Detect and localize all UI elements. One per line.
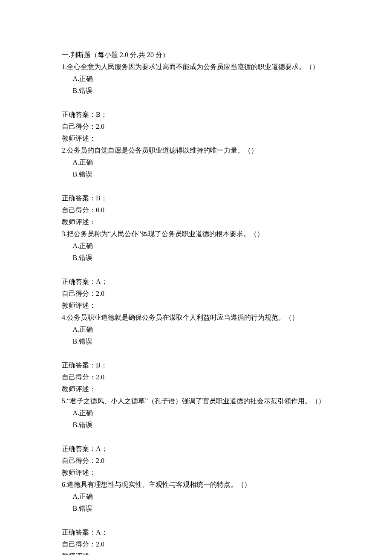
question-text: 6.道德具有理想性与现实性、主观性与客观相统一的特点。（） [62,479,337,491]
option-a: A.正确 [62,156,337,168]
option-b: B.错误 [62,503,337,515]
correct-answer: 正确答案：B； [62,192,337,204]
answer-prefix: 正确答案： [62,361,96,369]
score-value: 2.0 [96,123,104,130]
self-score: 自己得分：2.0 [62,538,337,550]
answer-prefix: 正确答案： [62,529,96,536]
answer-prefix: 正确答案： [62,194,96,202]
answer-prefix: 正确答案： [62,278,96,285]
blank-line [62,515,337,526]
self-score: 自己得分：0.0 [62,204,337,216]
score-prefix: 自己得分： [62,373,96,381]
score-prefix: 自己得分： [62,123,96,130]
correct-answer: 正确答案：A； [62,443,337,455]
section-title: 一.判断题（每小题 2.0 分,共 20 分） [62,49,337,61]
option-b: B.错误 [62,419,337,431]
teacher-comment: 教师评述： [62,383,337,395]
self-score: 自己得分：2.0 [62,121,337,133]
answer-value: A； [96,445,108,452]
self-score: 自己得分：2.0 [62,288,337,300]
option-b: B.错误 [62,252,337,264]
option-b: B.错误 [62,85,337,97]
document-page: 一.判断题（每小题 2.0 分,共 20 分） 1.全心全意为人民服务因为要求过… [0,0,392,555]
option-b: B.错误 [62,335,337,347]
answer-value: B； [96,111,107,118]
score-prefix: 自己得分： [62,206,96,214]
correct-answer: 正确答案：B； [62,359,337,371]
question-text: 5.“君子之德风、小人之德草”（孔子语）强调了官员职业道德的社会示范引领作用。（… [62,395,337,407]
question-text: 1.全心全意为人民服务因为要求过高而不能成为公务员应当遵循的职业道德要求。（） [62,61,337,73]
option-a: A.正确 [62,240,337,252]
score-prefix: 自己得分： [62,457,96,464]
score-value: 2.0 [96,290,104,297]
option-a: A.正确 [62,324,337,335]
answer-value: A； [96,529,108,536]
question-text: 4.公务员职业道德就是确保公务员在谋取个人利益时应当遵循的行为规范。（） [62,312,337,324]
teacher-comment: 教师评述： [62,467,337,479]
blank-line [62,180,337,192]
score-prefix: 自己得分： [62,541,96,548]
answer-prefix: 正确答案： [62,445,96,452]
teacher-comment: 教师评述： [62,550,337,555]
score-value: 0.0 [96,206,104,214]
answer-value: A； [96,278,108,285]
score-value: 2.0 [96,373,104,381]
teacher-comment: 教师评述： [62,216,337,228]
blank-line [62,347,337,359]
option-a: A.正确 [62,491,337,503]
option-a: A.正确 [62,407,337,419]
correct-answer: 正确答案：A； [62,276,337,288]
option-b: B.错误 [62,168,337,180]
blank-line [62,264,337,276]
answer-value: B； [96,194,107,202]
option-a: A.正确 [62,73,337,85]
blank-line [62,97,337,109]
teacher-comment: 教师评述： [62,133,337,145]
answer-value: B； [96,361,107,369]
teacher-comment: 教师评述： [62,300,337,312]
score-value: 2.0 [96,457,104,464]
question-text: 2.公务员的自觉自愿是公务员职业道德得以维持的唯一力量。（） [62,145,337,156]
question-text: 3.把公务员称为“人民公仆”体现了公务员职业道德的根本要求。（） [62,228,337,240]
self-score: 自己得分：2.0 [62,371,337,383]
score-prefix: 自己得分： [62,290,96,297]
answer-prefix: 正确答案： [62,111,96,118]
blank-line [62,431,337,443]
self-score: 自己得分：2.0 [62,455,337,467]
correct-answer: 正确答案：A； [62,526,337,538]
correct-answer: 正确答案：B； [62,109,337,121]
score-value: 2.0 [96,541,104,548]
